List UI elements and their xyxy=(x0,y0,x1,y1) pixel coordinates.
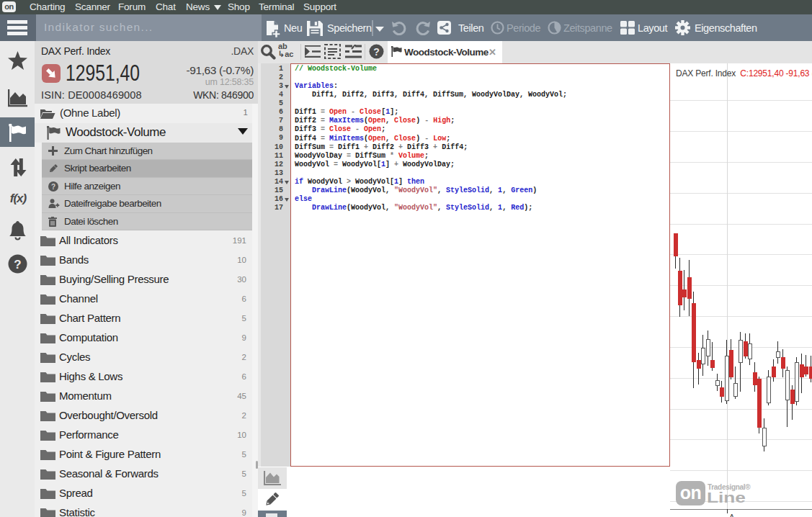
svg-text:A: A xyxy=(729,513,735,517)
svg-text:?: ? xyxy=(51,183,55,191)
svg-text:?: ? xyxy=(373,46,380,58)
svg-text:?: ? xyxy=(14,258,21,271)
